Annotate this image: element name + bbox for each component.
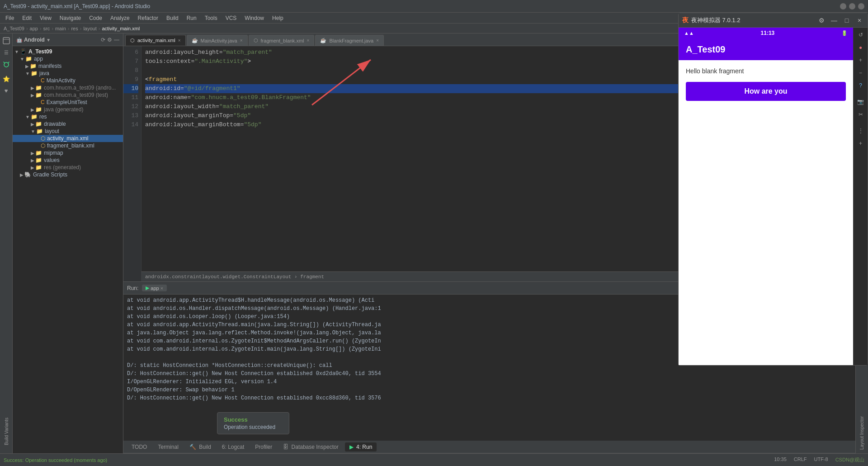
tab-database-inspector[interactable]: 🗄 Database Inspector (278, 442, 343, 452)
emulator-minimize-icon[interactable]: — (830, 16, 839, 25)
emulator-window: 夜 夜神模拟器 7.0.1.2 ⚙ — □ × ▲▲ 11:13 🔋 A_Tes… (678, 13, 868, 366)
emu-volume-up-icon[interactable]: + (855, 55, 866, 66)
tree-item-exampleunit[interactable]: ▶ C ExampleUnitTest (13, 99, 123, 106)
android-icon[interactable] (1, 59, 12, 70)
tree-item-layout[interactable]: ▼ 📁 layout (13, 128, 123, 135)
tab-close-icon[interactable]: × (240, 38, 243, 43)
java-icon: ☕ (192, 38, 198, 43)
emulator-close-icon[interactable]: × (855, 16, 864, 25)
emulator-main: ▲▲ 11:13 🔋 A_Test09 Hello blank fragment… (679, 28, 868, 365)
sync-icon[interactable]: ⟳ (101, 37, 105, 43)
favorites-icon[interactable]: ♥ (1, 85, 12, 96)
emu-volume-down-icon[interactable]: − (855, 67, 866, 78)
emu-info-icon[interactable]: ? (855, 80, 866, 91)
tree-item-gradle[interactable]: ▶ 🐘 Gradle Scripts (13, 171, 123, 178)
tree-item-com-android[interactable]: ▶ 📁 com.hnucm.a_test09 (andro... (13, 84, 123, 91)
bookmark-icon[interactable]: ⭐ (1, 73, 12, 84)
tab-build[interactable]: 🔨 Build (185, 442, 216, 452)
tree-item-com-test[interactable]: ▶ 📁 com.hnucm.a_test09 (test) (13, 91, 123, 99)
tree-item-root[interactable]: ▼ 📱 A_Test09 (13, 48, 123, 55)
tab-profiler[interactable]: Profiler (250, 442, 277, 452)
breadcrumb-item[interactable]: src (43, 26, 50, 31)
run-label: Run: (127, 285, 138, 291)
tab-close-icon[interactable]: × (178, 38, 181, 43)
tab-run[interactable]: ▶ 4: Run (345, 442, 377, 452)
tab-close-icon[interactable]: × (307, 38, 310, 43)
menu-window[interactable]: Window (241, 14, 268, 22)
tab-fragment-blank[interactable]: ⬡ fragment_blank.xml × (249, 35, 315, 46)
emu-screenshot-icon[interactable]: 📷 (855, 96, 866, 107)
minimize-button[interactable] (840, 3, 846, 10)
settings-icon[interactable]: ⚙ (107, 37, 112, 43)
hide-panel-icon[interactable]: — (114, 37, 119, 43)
project-icon[interactable] (1, 35, 12, 46)
tree-item-fragment-blank[interactable]: ▶ ⬡ fragment_blank.xml (13, 142, 123, 149)
tree-item-app[interactable]: ▼ 📁 app (13, 55, 123, 62)
tree-item-mainactivity[interactable]: ▶ C MainActivity (13, 77, 123, 84)
svg-line-3 (4, 62, 5, 63)
breadcrumb-item[interactable]: app (30, 26, 38, 31)
emulator-settings-icon[interactable]: ⚙ (817, 16, 826, 25)
structure-icon[interactable]: ☰ (1, 47, 12, 58)
emu-rotate-icon[interactable]: ↺ (855, 29, 866, 40)
menu-help[interactable]: Help (269, 14, 287, 22)
emu-zoom-icon[interactable]: ✂ (855, 109, 866, 120)
menu-build[interactable]: Build (163, 14, 182, 22)
status-right: 10:35 CRLF UTF-8 CSDN@观山 (774, 456, 864, 463)
build-variants-icon[interactable]: Build Variants (1, 414, 12, 450)
menu-navigate[interactable]: Navigate (56, 14, 85, 22)
emulator-screen[interactable]: ▲▲ 11:13 🔋 A_Test09 Hello blank fragment… (679, 28, 853, 365)
tab-terminal[interactable]: Terminal (153, 442, 183, 452)
breadcrumb-item-active[interactable]: activity_main.xml (102, 26, 140, 31)
tree-item-manifests[interactable]: ▶ 📁 manifests (13, 62, 123, 70)
menu-edit[interactable]: Edit (19, 14, 35, 22)
fragment-text: Hello blank fragment (686, 67, 846, 75)
emulator-right-toolbar: ↺ ● + − ? 📷 ✂ ⋮ + (853, 28, 868, 365)
project-panel: 🤖 Android ▼ ⟳ ⚙ — ▼ 📱 A_Test09 ▼ 📁 app (13, 33, 123, 453)
app-content: Hello blank fragment How are you (679, 60, 853, 365)
menu-run[interactable]: Run (183, 14, 200, 22)
menu-file[interactable]: File (2, 14, 18, 22)
toast-title: Success (224, 416, 283, 423)
emu-power-icon[interactable]: ● (855, 42, 866, 53)
tree-item-drawable[interactable]: ▶ 📁 drawable (13, 120, 123, 128)
run-close-icon[interactable]: × (160, 285, 163, 291)
menu-view[interactable]: View (36, 14, 55, 22)
tree-item-activity-main[interactable]: ▶ ⬡ activity_main.xml (13, 135, 123, 142)
breadcrumb-item[interactable]: res (71, 26, 78, 31)
tab-todo[interactable]: TODO (127, 442, 151, 452)
layout-inspector-tab[interactable]: Layout Inspector (859, 414, 865, 452)
menu-refactor[interactable]: Refactor (134, 14, 162, 22)
emulator-title: 夜神模拟器 7.0.1.2 (691, 16, 740, 24)
emu-add-icon[interactable]: + (855, 138, 866, 149)
tab-logcat[interactable]: 6: Logcat (217, 442, 249, 452)
tree-item-mipmap[interactable]: ▶ 📁 mipmap (13, 149, 123, 157)
how-are-you-button[interactable]: How are you (686, 82, 846, 101)
phone-statusbar: ▲▲ 11:13 🔋 (679, 28, 853, 38)
tab-blankfragment[interactable]: ☕ BlankFragment.java × (315, 35, 384, 46)
emulator-maximize-icon[interactable]: □ (842, 16, 851, 25)
tree-item-values[interactable]: ▶ 📁 values (13, 157, 123, 164)
status-charset: UTF-8 (814, 456, 828, 463)
tab-activity-main[interactable]: ⬡ activity_main.xml × (125, 35, 186, 46)
tree-item-res[interactable]: ▼ 📁 res (13, 113, 123, 120)
menu-analyze[interactable]: Analyze (107, 14, 133, 22)
breadcrumb-item[interactable]: layout (83, 26, 96, 31)
breadcrumb-item[interactable]: main (55, 26, 66, 31)
menu-code[interactable]: Code (85, 14, 106, 22)
emulator-titlebar: 夜 夜神模拟器 7.0.1.2 ⚙ — □ × (679, 13, 868, 28)
tab-mainactivity[interactable]: ☕ MainActivity.java × (187, 35, 248, 46)
menu-tools[interactable]: Tools (201, 14, 221, 22)
emulator-logo: 夜 (682, 16, 689, 24)
run-app-badge[interactable]: ▶ app × (142, 285, 167, 291)
tree-item-res-gen[interactable]: ▶ 📁 res (generated) (13, 164, 123, 171)
emu-more-icon[interactable]: ⋮ (855, 125, 866, 136)
tab-close-icon[interactable]: × (376, 38, 379, 43)
menu-vcs[interactable]: VCS (222, 14, 241, 22)
close-button[interactable] (858, 3, 864, 10)
tree-item-java[interactable]: ▼ 📁 java (13, 70, 123, 77)
maximize-button[interactable] (849, 3, 855, 10)
project-panel-actions: ⟳ ⚙ — (101, 37, 119, 43)
breadcrumb-item[interactable]: A_Test09 (4, 26, 24, 31)
tree-item-java-gen[interactable]: ▶ 📁 java (generated) (13, 106, 123, 113)
